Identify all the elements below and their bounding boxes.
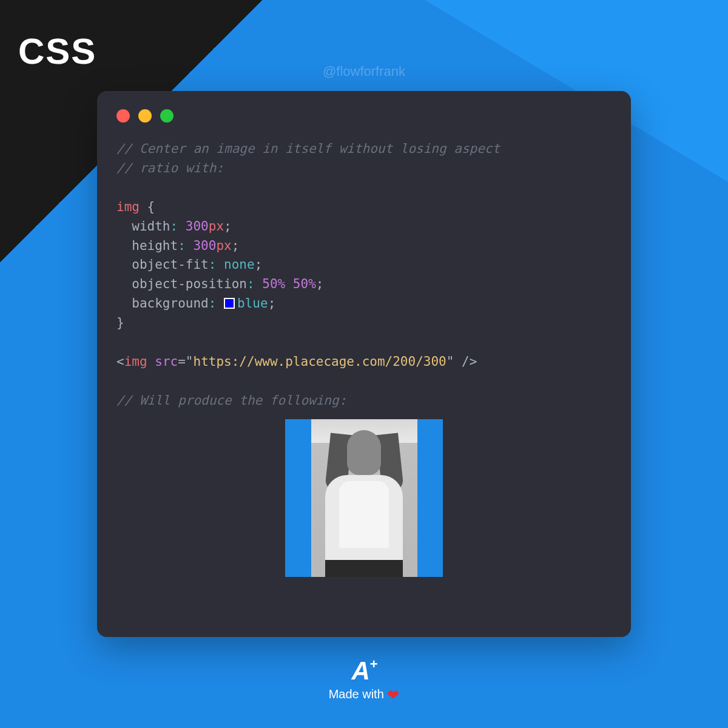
code-semi: ;	[316, 277, 324, 291]
css-badge: CSS	[18, 30, 96, 72]
code-semi: ;	[255, 257, 263, 272]
code-number: 300	[193, 238, 216, 253]
code-selector: img	[116, 200, 140, 214]
code-colon: :	[209, 257, 217, 272]
code-colon: :	[178, 238, 186, 253]
code-comment: // ratio with:	[116, 161, 224, 175]
footer: A+ Made with ❤	[329, 656, 400, 704]
window-controls	[116, 109, 612, 123]
result-photo	[311, 419, 417, 577]
code-colon: :	[170, 219, 178, 234]
code-quote: "	[447, 354, 454, 369]
code-property: height	[132, 238, 178, 253]
code-value: 50%	[262, 277, 285, 291]
close-icon	[116, 109, 130, 123]
code-bracket: <	[116, 354, 124, 369]
result-frame	[285, 419, 443, 577]
code-semi: ;	[268, 296, 276, 311]
code-brace: {	[147, 200, 155, 214]
code-property: background	[132, 296, 208, 311]
result-preview	[116, 419, 612, 577]
code-colon: :	[247, 277, 255, 291]
code-eq: =	[178, 354, 186, 369]
maximize-icon	[160, 109, 174, 123]
code-block: // Center an image in itself without los…	[116, 140, 612, 411]
code-semi: ;	[224, 219, 232, 234]
code-property: object-position	[132, 277, 247, 291]
code-value: blue	[237, 296, 268, 311]
made-with-text: Made with	[329, 687, 384, 701]
author-handle: @flowforfrank	[323, 64, 405, 79]
logo-letter: A	[351, 656, 368, 685]
code-value: 50%	[293, 277, 316, 291]
code-colon: :	[209, 296, 217, 311]
footer-text: Made with ❤	[329, 687, 400, 704]
logo-plus: +	[370, 656, 377, 672]
footer-logo: A+	[351, 656, 376, 686]
code-tag: img	[124, 354, 147, 369]
color-swatch-icon	[224, 298, 235, 309]
code-comment: // Will produce the following:	[116, 393, 346, 408]
code-string: https://www.placecage.com/200/300	[194, 354, 447, 369]
code-attr: src	[155, 354, 178, 369]
code-comment: // Center an image in itself without los…	[116, 141, 500, 156]
code-unit: px	[209, 219, 224, 234]
code-semi: ;	[232, 238, 240, 253]
code-number: 300	[186, 219, 209, 234]
code-property: object-fit	[132, 257, 208, 272]
code-brace: }	[116, 315, 124, 330]
minimize-icon	[138, 109, 152, 123]
code-unit: px	[216, 238, 231, 253]
code-bracket: />	[462, 354, 477, 369]
heart-icon: ❤	[387, 687, 399, 703]
code-value: none	[224, 257, 255, 272]
code-property: width	[132, 219, 170, 234]
code-quote: "	[186, 354, 194, 369]
code-window: // Center an image in itself without los…	[97, 91, 631, 637]
